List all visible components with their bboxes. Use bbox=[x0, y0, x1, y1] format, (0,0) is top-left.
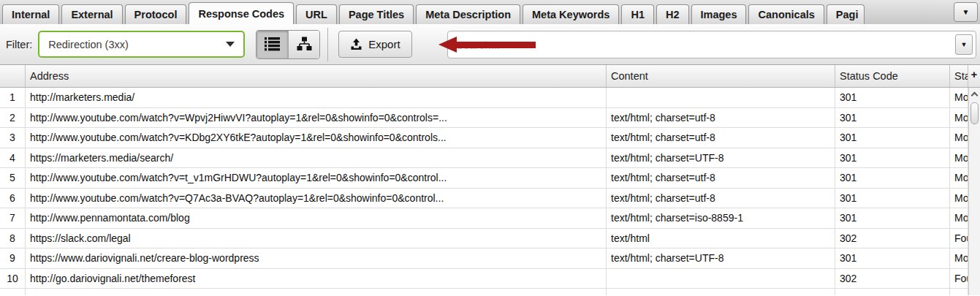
cell-status-code: 301 bbox=[835, 128, 950, 148]
cell-content: text/html; charset=UTF-8 bbox=[607, 148, 835, 168]
tab-page-titles[interactable]: Page Titles bbox=[339, 4, 414, 24]
results-table: Address Content Status Code Status + 1 h… bbox=[0, 65, 980, 295]
table-row[interactable]: 2 http://www.youtube.com/watch?v=Wpvj2Hi… bbox=[0, 108, 980, 129]
toolbar-separator bbox=[327, 28, 328, 61]
cell-content: text/html; charset=utf-8 bbox=[607, 189, 835, 208]
cell-address: http://www.youtube.com/watch?v=KDbg2XY6t… bbox=[26, 128, 607, 148]
tab-external[interactable]: External bbox=[61, 4, 122, 24]
export-button[interactable]: Export bbox=[338, 31, 411, 58]
cell-rownum: 10 bbox=[0, 269, 26, 289]
col-header-status[interactable]: Status bbox=[950, 65, 968, 87]
toolbar: Filter: Redirection (3xx) bbox=[0, 24, 980, 65]
chevron-down-icon bbox=[226, 42, 235, 47]
tab-pagination[interactable]: Pagi bbox=[827, 4, 865, 24]
cell-rownum bbox=[0, 289, 26, 295]
cell-address: http://marketers.media/ bbox=[26, 88, 607, 107]
table-row[interactable]: 4 https://marketers.media/search/ text/h… bbox=[0, 148, 980, 169]
search-options-button[interactable]: ▼ bbox=[955, 34, 973, 55]
filter-dropdown[interactable]: Redirection (3xx) bbox=[38, 31, 245, 58]
col-header-address[interactable]: Address bbox=[26, 65, 607, 87]
tab-h2[interactable]: H2 bbox=[656, 4, 689, 24]
table-row[interactable]: 6 http://www.youtube.com/watch?v=Q7Ac3a-… bbox=[0, 189, 980, 209]
cell-rownum: 4 bbox=[0, 148, 26, 168]
tab-meta-description[interactable]: Meta Description bbox=[416, 4, 520, 24]
cell-address: http://www.pennamontata.com/blog bbox=[26, 208, 607, 228]
table-row[interactable]: 3 http://www.youtube.com/watch?v=KDbg2XY… bbox=[0, 128, 980, 148]
cell-status-code: 301 bbox=[835, 168, 950, 188]
table-row[interactable]: 5 http://www.youtube.com/watch?v=t_v1mGr… bbox=[0, 168, 980, 189]
table-row[interactable]: 9 https://www.dariovignali.net/creare-bl… bbox=[0, 248, 980, 269]
cell-address: https://marketers.media/search/ bbox=[26, 148, 607, 168]
tab-bar: Internal External Protocol Response Code… bbox=[0, 0, 980, 24]
scrollbar-thumb[interactable] bbox=[970, 102, 979, 124]
col-header-rownum bbox=[0, 65, 26, 87]
cell-rownum: 5 bbox=[0, 168, 26, 188]
tab-meta-keywords[interactable]: Meta Keywords bbox=[523, 4, 619, 24]
cell-rownum: 7 bbox=[0, 208, 26, 228]
cell-status-code: 301 bbox=[835, 208, 950, 228]
tab-canonicals[interactable]: Canonicals bbox=[748, 4, 824, 24]
cell-status: Moved Permanently bbox=[950, 128, 968, 148]
cell-address: https://slack.com/legal bbox=[26, 229, 607, 248]
cell-content bbox=[607, 289, 835, 295]
cell-status-code: 302 bbox=[835, 229, 950, 248]
filter-label: Filter: bbox=[6, 39, 32, 50]
cell-status bbox=[950, 289, 968, 295]
scroll-up-button[interactable] bbox=[969, 88, 980, 100]
filter-dropdown-value: Redirection (3xx) bbox=[48, 39, 129, 50]
cell-status-code: 301 bbox=[835, 88, 950, 107]
cell-rownum: 8 bbox=[0, 229, 26, 248]
chevron-down-icon: ▼ bbox=[962, 8, 970, 16]
cell-content: text/html bbox=[607, 229, 835, 248]
response-codes-screen: Internal External Protocol Response Code… bbox=[0, 0, 980, 296]
cell-status: Moved Permanently bbox=[950, 148, 968, 168]
col-header-content[interactable]: Content bbox=[607, 65, 835, 87]
cell-address: http://www.youtube.com/watch?v=t_v1mGrHD… bbox=[26, 168, 607, 188]
view-toggle-group bbox=[256, 30, 320, 59]
cell-rownum: 9 bbox=[0, 248, 26, 268]
vertical-scrollbar[interactable] bbox=[968, 88, 980, 295]
tab-overflow-button[interactable]: ▼ bbox=[954, 2, 978, 22]
cell-status: Moved Permanently bbox=[950, 168, 968, 188]
search-box: ▼ bbox=[447, 31, 976, 58]
cell-status: Moved Permanently bbox=[950, 208, 968, 228]
cell-status-code: 302 bbox=[835, 269, 950, 289]
cell-rownum: 2 bbox=[0, 108, 26, 128]
list-view-icon bbox=[265, 37, 280, 52]
cell-address: http://www.youtube.com/watch?v=Wpvj2Hiwv… bbox=[26, 108, 607, 128]
table-row[interactable]: 10 http://go.dariovignali.net/themefores… bbox=[0, 269, 980, 289]
tab-internal[interactable]: Internal bbox=[2, 4, 59, 24]
tab-h1[interactable]: H1 bbox=[621, 4, 654, 24]
cell-address: http://www.youtube.com/watch?v=Q7Ac3a-BV… bbox=[26, 189, 607, 208]
tab-protocol[interactable]: Protocol bbox=[125, 4, 187, 24]
tab-images[interactable]: Images bbox=[691, 4, 747, 24]
table-row[interactable]: 1 http://marketers.media/ 301 Moved Perm… bbox=[0, 88, 980, 108]
cell-status: Found bbox=[950, 269, 968, 289]
cell-status: Moved Permanently bbox=[950, 189, 968, 208]
cell-content bbox=[607, 88, 835, 107]
cell-content: text/html; charset=iso-8859-1 bbox=[607, 208, 835, 228]
tab-url[interactable]: URL bbox=[296, 4, 337, 24]
export-button-label: Export bbox=[368, 38, 400, 50]
tree-view-button[interactable] bbox=[288, 31, 319, 58]
col-header-status-code[interactable]: Status Code bbox=[835, 65, 950, 87]
table-header-row: Address Content Status Code Status + bbox=[0, 65, 980, 88]
cell-status-code: 301 bbox=[835, 189, 950, 208]
cell-status: Moved Permanently bbox=[950, 108, 968, 128]
chevron-down-icon: ▼ bbox=[961, 41, 968, 48]
cell-rownum: 6 bbox=[0, 189, 26, 208]
table-row[interactable]: 8 https://slack.com/legal text/html 302 … bbox=[0, 229, 980, 249]
add-column-button[interactable]: + bbox=[968, 65, 980, 87]
cell-status-code: 301 bbox=[835, 108, 950, 128]
search-input[interactable] bbox=[448, 31, 955, 58]
list-view-button[interactable] bbox=[257, 31, 288, 58]
cell-rownum: 3 bbox=[0, 128, 26, 148]
cell-content: text/html; charset=UTF-8 bbox=[607, 248, 835, 268]
cell-address bbox=[26, 289, 607, 295]
tab-response-codes[interactable]: Response Codes bbox=[189, 2, 294, 25]
cell-address: https://www.dariovignali.net/creare-blog… bbox=[26, 248, 607, 268]
cell-status: Moved Permanently bbox=[950, 248, 968, 268]
cell-content bbox=[607, 269, 835, 289]
cell-status-code: 301 bbox=[835, 148, 950, 168]
table-row[interactable]: 7 http://www.pennamontata.com/blog text/… bbox=[0, 208, 980, 229]
